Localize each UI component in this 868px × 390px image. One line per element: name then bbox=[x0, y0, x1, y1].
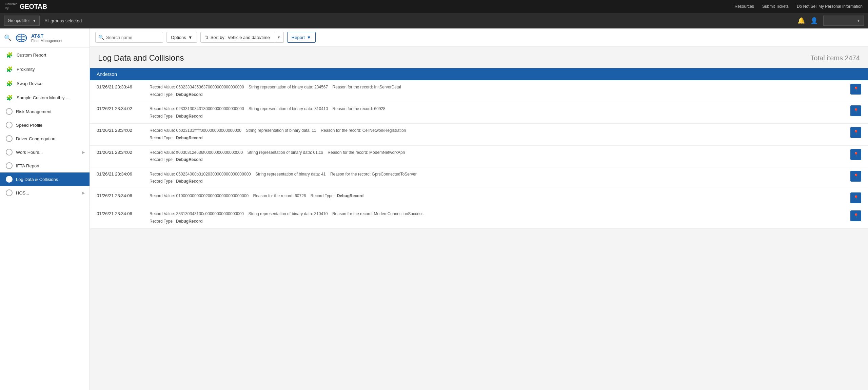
row-action-button-2[interactable]: 📍 bbox=[850, 105, 861, 116]
table-row: 01/26/21 23:34:02 Record Value: 02333130… bbox=[90, 102, 868, 124]
main-layout: 🔍 AT&T Fleet Management 🧩 Custom Report bbox=[0, 28, 868, 390]
circle-icon-risk bbox=[6, 108, 13, 115]
top-navigation-bar: Powered by GEOTAB Resources Submit Ticke… bbox=[0, 0, 868, 13]
notification-bell-icon[interactable]: 🔔 bbox=[797, 17, 805, 24]
sidebar-item-proximity[interactable]: 🧩 Proximity bbox=[0, 62, 90, 76]
do-not-sell-text: Do Not Sell My Personal Information bbox=[797, 4, 863, 9]
company-info: AT&T Fleet Management bbox=[31, 33, 62, 43]
row-date: 01/26/21 23:34:02 bbox=[97, 127, 144, 133]
content-area: 🔍 Options ▼ ⇅ Sort by: Vehicle and date/… bbox=[90, 28, 868, 390]
user-dropdown[interactable]: ▼ bbox=[823, 16, 864, 26]
groups-filter-label: Groups filter bbox=[8, 18, 30, 23]
page-title: Log Data and Collisions bbox=[98, 53, 184, 63]
table-row: 01/26/21 23:34:06 Record Value: 33313034… bbox=[90, 207, 868, 229]
report-chevron-icon: ▼ bbox=[307, 35, 311, 40]
geotab-logo: Powered by GEOTAB bbox=[5, 2, 47, 10]
row-action-button-4[interactable]: 📍 bbox=[850, 149, 861, 160]
sidebar-item-swap-device[interactable]: 🧩 Swap Device bbox=[0, 76, 90, 90]
puzzle-icon-sample: 🧩 bbox=[6, 94, 13, 101]
options-chevron-icon: ▼ bbox=[188, 35, 193, 40]
groups-filter-chevron-icon: ▼ bbox=[33, 19, 36, 23]
sidebar-item-ifta-report[interactable]: IFTA Report bbox=[0, 159, 90, 172]
row-date: 01/26/21 23:34:06 bbox=[97, 171, 144, 177]
row-date: 01/26/21 23:33:46 bbox=[97, 84, 144, 89]
table-row: 01/26/21 23:34:06 Record Value: 01000000… bbox=[90, 189, 868, 207]
row-data: Record Value: 060234000b3102030000000000… bbox=[150, 171, 845, 185]
row-data: Record Value: ff0030312e636f000000000000… bbox=[150, 149, 845, 164]
sidebar-item-driver-congregation[interactable]: Driver Congregation bbox=[0, 132, 90, 145]
sort-main-button[interactable]: ⇅ Sort by: Vehicle and date/time bbox=[200, 32, 274, 43]
record-value-line1: Record Value: 06323334353637000000000000… bbox=[150, 85, 401, 89]
sort-by-control: ⇅ Sort by: Vehicle and date/time ▼ bbox=[200, 32, 284, 43]
nav-label-risk-management: Risk Management bbox=[16, 109, 85, 114]
row-date: 01/26/21 23:34:06 bbox=[97, 192, 144, 198]
row-action-button-7[interactable]: 📍 bbox=[850, 210, 861, 221]
data-table: Anderson 01/26/21 23:33:46 Record Value:… bbox=[90, 68, 868, 229]
content-toolbar: 🔍 Options ▼ ⇅ Sort by: Vehicle and date/… bbox=[90, 28, 868, 46]
row-data: Record Value: 02333130343130000000000000… bbox=[150, 105, 845, 120]
sort-value: Vehicle and date/time bbox=[228, 35, 270, 40]
row-data: Record Value: 01000000000002000000000000… bbox=[150, 192, 845, 200]
sidebar-item-hos[interactable]: HOS... ▶ bbox=[0, 186, 90, 200]
row-action-button-5[interactable]: 📍 bbox=[850, 171, 861, 182]
circle-icon-ifta bbox=[6, 162, 13, 169]
groups-filter-button[interactable]: Groups filter ▼ bbox=[4, 16, 40, 26]
nav-label-ifta-report: IFTA Report bbox=[16, 163, 85, 168]
sort-icon: ⇅ bbox=[205, 35, 209, 40]
row-data: Record Value: 0b023131ffffff000000000000… bbox=[150, 127, 845, 142]
nav-label-swap-device: Swap Device bbox=[17, 81, 85, 86]
puzzle-icon-swap: 🧩 bbox=[6, 80, 13, 87]
sidebar-item-risk-management[interactable]: Risk Management bbox=[0, 105, 90, 118]
report-label: Report bbox=[292, 35, 305, 40]
location-pin-icon: 📍 bbox=[853, 173, 859, 179]
geotab-brand-name: GEOTAB bbox=[20, 3, 47, 11]
report-button[interactable]: Report ▼ bbox=[287, 32, 316, 43]
nav-label-sample-custom-monthly: Sample Custom Monthly ... bbox=[17, 95, 85, 100]
nav-label-log-data-collisions: Log Data & Collisions bbox=[16, 177, 85, 182]
groups-bar-right: 🔔 👤 ▼ bbox=[797, 16, 864, 26]
nav-label-hos: HOS... bbox=[16, 190, 79, 196]
content-header: Log Data and Collisions Total items 2474 bbox=[90, 46, 868, 68]
row-action-button-3[interactable]: 📍 bbox=[850, 127, 861, 138]
sort-arrow-button[interactable]: ▼ bbox=[274, 32, 284, 43]
submit-tickets-link[interactable]: Submit Tickets bbox=[762, 4, 789, 9]
search-icon-toolbar: 🔍 bbox=[98, 35, 104, 40]
work-hours-chevron-icon: ▶ bbox=[82, 150, 85, 155]
circle-filled-icon bbox=[6, 176, 13, 183]
sidebar-item-log-data-collisions[interactable]: Log Data & Collisions bbox=[0, 172, 90, 186]
groups-filter-bar: Groups filter ▼ All groups selected 🔔 👤 … bbox=[0, 13, 868, 28]
search-icon[interactable]: 🔍 bbox=[4, 34, 12, 42]
circle-icon-work bbox=[6, 149, 13, 156]
user-dropdown-chevron-icon: ▼ bbox=[857, 19, 860, 23]
att-logo bbox=[15, 33, 28, 43]
all-groups-selected-text: All groups selected bbox=[44, 18, 82, 23]
sidebar-item-custom-report[interactable]: 🧩 Custom Report bbox=[0, 48, 90, 62]
powered-by-text: Powered by bbox=[5, 2, 18, 10]
user-account-icon[interactable]: 👤 bbox=[810, 17, 818, 24]
row-action-button-6[interactable]: 📍 bbox=[850, 192, 861, 203]
row-action-button-1[interactable]: 📍 bbox=[850, 84, 861, 95]
sidebar-header: 🔍 AT&T Fleet Management bbox=[0, 28, 90, 48]
sidebar-navigation: 🧩 Custom Report 🧩 Proximity 🧩 Swap Devic… bbox=[0, 48, 90, 390]
sort-by-label: Sort by: bbox=[211, 35, 226, 40]
row-date: 01/26/21 23:34:02 bbox=[97, 105, 144, 111]
sidebar-item-speed-profile[interactable]: Speed Profile bbox=[0, 118, 90, 132]
resources-link[interactable]: Resources bbox=[735, 4, 754, 9]
content-main: Log Data and Collisions Total items 2474… bbox=[90, 46, 868, 390]
puzzle-icon-proximity: 🧩 bbox=[6, 65, 13, 73]
row-date: 01/26/21 23:34:02 bbox=[97, 149, 144, 155]
location-pin-icon: 📍 bbox=[853, 86, 859, 92]
nav-label-work-hours: Work Hours... bbox=[16, 150, 79, 155]
company-name: AT&T bbox=[31, 33, 62, 39]
search-input[interactable] bbox=[106, 35, 160, 40]
location-pin-icon: 📍 bbox=[853, 108, 859, 114]
search-box: 🔍 bbox=[95, 32, 163, 43]
circle-icon-speed bbox=[6, 122, 13, 128]
sidebar-item-work-hours[interactable]: Work Hours... ▶ bbox=[0, 145, 90, 159]
sidebar-item-sample-custom-monthly[interactable]: 🧩 Sample Custom Monthly ... bbox=[0, 90, 90, 105]
options-button[interactable]: Options ▼ bbox=[166, 32, 197, 43]
table-row: 01/26/21 23:33:46 Record Value: 06323334… bbox=[90, 80, 868, 102]
table-row: 01/26/21 23:34:02 Record Value: ff003031… bbox=[90, 146, 868, 167]
att-logo-svg bbox=[15, 34, 27, 42]
table-group-header: Anderson bbox=[90, 68, 868, 80]
